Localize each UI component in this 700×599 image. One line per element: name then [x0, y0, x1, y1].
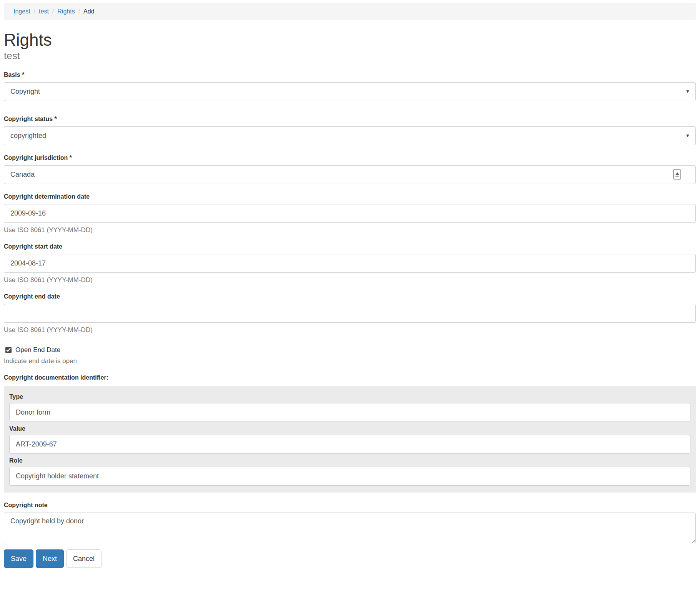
doc-type-input[interactable] — [9, 403, 690, 422]
eject-bar — [675, 176, 679, 177]
page-title: Rights — [4, 31, 696, 49]
eject-triangle — [675, 172, 679, 175]
open-end-date-help: Indicate end date is open — [4, 357, 696, 365]
breadcrumb-ingest[interactable]: Ingest — [13, 8, 30, 15]
copyright-start-date-input[interactable] — [4, 254, 696, 273]
cancel-button[interactable]: Cancel — [66, 549, 101, 568]
save-button[interactable]: Save — [4, 549, 33, 568]
breadcrumb-rights[interactable]: Rights — [57, 8, 75, 15]
copyright-status-label: Copyright status * — [4, 116, 696, 123]
copyright-doc-identifier-label: Copyright documentation identifier: — [4, 374, 696, 381]
page-subtitle: test — [4, 50, 696, 62]
doc-type-label: Type — [9, 393, 690, 400]
copyright-note-textarea[interactable]: Copyright held by donor — [4, 513, 696, 543]
breadcrumb: Ingest / test / Rights / Add — [4, 3, 696, 20]
form-actions: Save Next Cancel — [4, 549, 696, 568]
basis-label: Basis * — [4, 71, 696, 78]
copyright-note-label: Copyright note — [4, 502, 696, 509]
chevron-down-icon: ▼ — [685, 89, 690, 94]
start-date-help: Use ISO 8061 (YYYY-MM-DD) — [4, 276, 696, 284]
copyright-doc-identifier-panel: Type Value Role — [4, 386, 696, 493]
breadcrumb-separator: / — [49, 8, 57, 15]
copyright-start-date-label: Copyright start date — [4, 243, 696, 250]
end-date-help: Use ISO 8061 (YYYY-MM-DD) — [4, 326, 696, 334]
open-end-date-checkbox[interactable] — [5, 347, 12, 353]
determination-date-help: Use ISO 8061 (YYYY-MM-DD) — [4, 226, 696, 234]
doc-value-input[interactable] — [9, 435, 690, 454]
doc-role-label: Role — [9, 457, 690, 464]
next-button[interactable]: Next — [36, 549, 64, 568]
copyright-status-select[interactable]: copyrighted ▼ — [4, 126, 696, 145]
copyright-jurisdiction-input[interactable] — [4, 165, 696, 184]
breadcrumb-add: Add — [83, 8, 94, 15]
chevron-down-icon: ▼ — [685, 133, 690, 138]
open-end-date-row: Open End Date — [4, 346, 696, 354]
basis-select[interactable]: Copyright ▼ — [4, 82, 696, 101]
copyright-determination-date-label: Copyright determination date — [4, 193, 696, 200]
doc-value-label: Value — [9, 425, 690, 432]
breadcrumb-separator: / — [75, 8, 83, 15]
copyright-jurisdiction-label: Copyright jurisdiction * — [4, 154, 696, 161]
copyright-end-date-label: Copyright end date — [4, 293, 696, 300]
copyright-determination-date-input[interactable] — [4, 204, 696, 223]
open-end-date-label: Open End Date — [15, 346, 60, 354]
doc-role-input[interactable] — [9, 467, 690, 486]
copyright-status-select-value: copyrighted — [10, 132, 46, 140]
breadcrumb-separator: / — [30, 8, 39, 15]
copyright-end-date-input[interactable] — [4, 304, 696, 323]
picker-eject-icon[interactable] — [673, 169, 681, 180]
basis-select-value: Copyright — [10, 88, 40, 96]
breadcrumb-test[interactable]: test — [39, 8, 49, 15]
